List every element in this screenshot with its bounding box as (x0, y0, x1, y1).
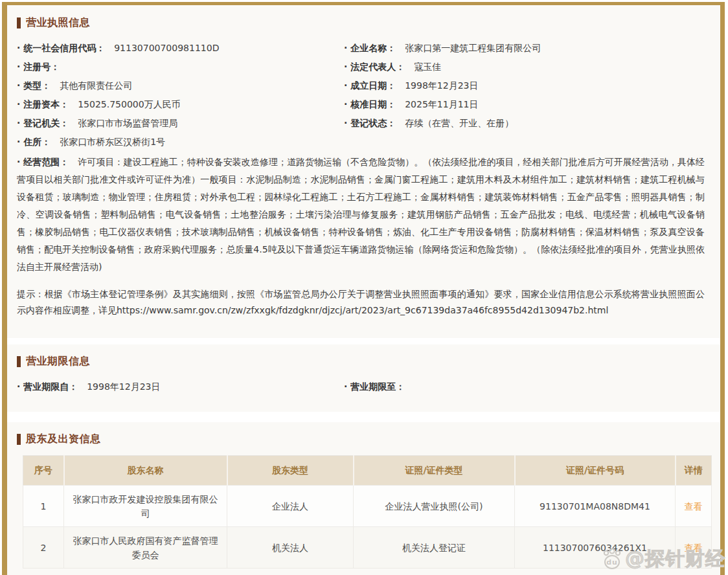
cell-shareholder-name: 张家口市人民政府国有资产监督管理委员会 (64, 527, 227, 569)
section-header-license: 营业执照信息 (17, 16, 711, 30)
col-header-cert-no: 证照/证件号码 (515, 456, 676, 486)
field-registered-capital: · 注册资本：15025.750000万人民币 (17, 95, 344, 114)
section-title-shareholders: 股东及出资信息 (26, 433, 101, 446)
cell-cert-type: 机关法人登记证 (354, 527, 515, 569)
field-registration-authority: · 登记机关：张家口市市场监督管理局 (17, 114, 344, 133)
business-license-section: 营业执照信息 · 统一社会信用代码：91130700700981110D · 企… (7, 5, 720, 338)
field-registration-status: · 登记状态：存续（在营、开业、在册） (344, 114, 711, 133)
field-value: 1998年12月23日 (405, 80, 478, 91)
section-title-term: 营业期限信息 (26, 355, 90, 368)
content-frame: 营业执照信息 · 统一社会信用代码：91130700700981110D · 企… (2, 2, 725, 575)
field-label: · 登记机关： (17, 118, 69, 128)
cell-index: 2 (23, 527, 64, 569)
col-header-shareholder-type: 股东类型 (227, 456, 354, 486)
field-term-to: · 营业期限至： (344, 378, 711, 396)
table-header-row: 序号 股东名称 股东类型 证照/证件类型 证照/证件号码 详情 (23, 456, 712, 486)
col-header-index: 序号 (23, 456, 64, 486)
shareholders-table: 序号 股东名称 股东类型 证照/证件类型 证照/证件号码 详情 1 张家口市政开… (23, 455, 712, 569)
field-label: · 营业期限自： (17, 381, 78, 392)
cell-index: 1 (23, 486, 64, 527)
field-label: · 注册资本： (17, 99, 69, 109)
field-label: · 营业期限至： (344, 381, 405, 392)
business-scope: · 经营范围：许可项目：建设工程施工；特种设备安装改造修理；道路货物运输（不含危… (17, 153, 705, 276)
cell-detail: 查看 (676, 486, 712, 527)
field-establish-date: · 成立日期：1998年12月23日 (344, 76, 711, 95)
field-label: · 注册号： (17, 62, 60, 72)
section-marker-bar (17, 17, 21, 28)
shareholders-section: 股东及出资信息 序号 股东名称 股东类型 证照/证件类型 证照/证件号码 详情 (7, 422, 720, 575)
field-label: · 成立日期： (344, 80, 396, 91)
section-marker-bar (17, 356, 21, 367)
field-value: 15025.750000万人民币 (78, 99, 180, 109)
col-header-shareholder-name: 股东名称 (64, 456, 227, 486)
field-value: 张家口第一建筑工程集团有限公司 (405, 43, 541, 53)
business-term-section: 营业期限信息 · 营业期限自：1998年12月23日 · 营业期限至： (7, 344, 720, 412)
cell-cert-no: 1113070076034261X1 (515, 527, 676, 569)
field-term-from: · 营业期限自：1998年12月23日 (17, 378, 344, 396)
term-fields: · 营业期限自：1998年12月23日 · 营业期限至： (17, 378, 711, 396)
field-value: 其他有限责任公司 (60, 80, 132, 91)
cell-shareholder-type: 企业法人 (227, 486, 354, 527)
field-approval-date: · 核准日期：2025年11月11日 (344, 95, 711, 114)
section-title-license: 营业执照信息 (26, 16, 90, 30)
section-header-shareholders: 股东及出资信息 (17, 433, 711, 446)
col-header-cert-type: 证照/证件类型 (354, 456, 515, 486)
field-label: · 核准日期： (344, 99, 396, 109)
section-marker-bar (17, 434, 21, 445)
field-value: 寇玉佳 (414, 62, 441, 72)
view-detail-link[interactable]: 查看 (685, 543, 703, 553)
license-notice-text: 提示：根据《市场主体登记管理条例》及其实施细则，按照《市场监管总局办公厅关于调整… (17, 286, 705, 319)
field-label: · 统一社会信用代码： (17, 43, 105, 53)
table-row: 2 张家口市人民政府国有资产监督管理委员会 机关法人 机关法人登记证 11130… (23, 527, 712, 569)
cell-cert-type: 企业法人营业执照(公司) (354, 486, 515, 527)
business-scope-label: · 经营范围： (17, 157, 69, 167)
field-legal-representative: · 法定代表人：寇玉佳 (344, 58, 711, 76)
field-company-type: · 类型：其他有限责任公司 (17, 76, 344, 95)
cell-shareholder-name: 张家口市政开发建设控股集团有限公司 (64, 486, 227, 527)
field-value: 张家口市桥东区汉桥街1号 (60, 137, 165, 147)
view-detail-link[interactable]: 查看 (685, 501, 703, 512)
field-company-name: · 企业名称：张家口第一建筑工程集团有限公司 (344, 39, 711, 58)
field-value: 91130700700981110D (114, 43, 219, 53)
field-label: · 企业名称： (344, 43, 396, 53)
field-value: 2025年11月11日 (405, 99, 478, 109)
section-header-term: 营业期限信息 (17, 355, 711, 368)
col-header-detail: 详情 (676, 456, 712, 486)
business-scope-text: 许可项目：建设工程施工；特种设备安装改造修理；道路货物运输（不含危险货物）。（依… (17, 157, 705, 272)
field-label: · 类型： (17, 80, 51, 91)
cell-detail: 查看 (676, 527, 712, 569)
cell-cert-no: 91130701MA08N8DM41 (515, 486, 676, 527)
field-label: · 登记状态： (344, 118, 396, 128)
license-fields: · 统一社会信用代码：91130700700981110D · 企业名称：张家口… (17, 39, 711, 152)
field-value: 存续（在营、开业、在册） (405, 118, 514, 128)
field-value: 1998年12月23日 (87, 381, 160, 392)
field-value: 张家口市市场监督管理局 (78, 118, 177, 128)
field-registration-no: · 注册号： (17, 58, 344, 76)
field-label: · 法定代表人： (344, 62, 405, 72)
field-address: · 住所：张家口市桥东区汉桥街1号 (17, 133, 344, 152)
table-row: 1 张家口市政开发建设控股集团有限公司 企业法人 企业法人营业执照(公司) 91… (23, 486, 712, 527)
field-label: · 住所： (17, 137, 51, 147)
field-credit-code: · 统一社会信用代码：91130700700981110D (17, 39, 344, 58)
cell-shareholder-type: 机关法人 (227, 527, 354, 569)
